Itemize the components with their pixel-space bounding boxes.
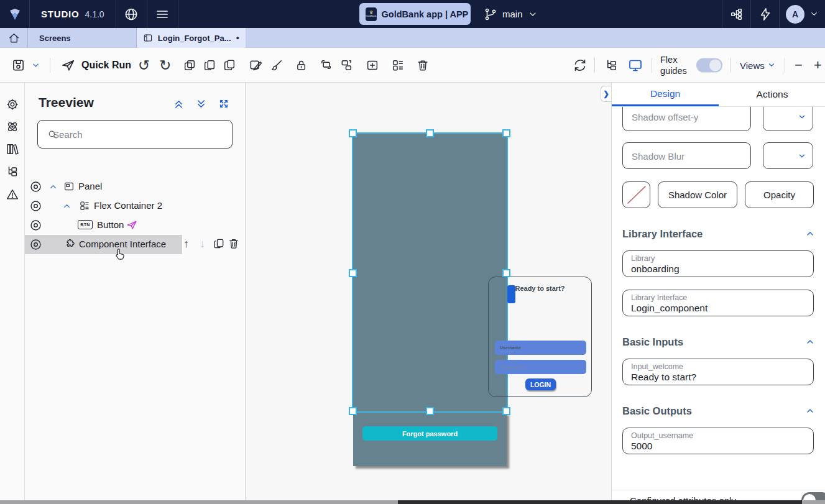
settings-rail-button[interactable]	[6, 98, 19, 111]
workflow-button[interactable]	[722, 0, 750, 28]
collapse-all-button[interactable]	[173, 98, 185, 110]
layout-grid-button[interactable]	[391, 58, 405, 72]
refresh-button[interactable]	[573, 58, 588, 73]
language-button[interactable]	[116, 0, 147, 28]
document-tab-strip: Screens Login_Forgot_Pa... ●	[0, 28, 825, 48]
automations-button[interactable]	[750, 0, 779, 28]
tab-design[interactable]: Design	[612, 83, 719, 106]
current-app-selector[interactable]: ♛ GoldBank GoldBank app | APP	[359, 3, 471, 25]
password-input-mock[interactable]: Password	[495, 360, 586, 374]
collapse-chevron-icon[interactable]	[48, 182, 58, 191]
library-interface-field[interactable]: Library Interface Login_component	[622, 290, 814, 316]
move-up-button[interactable]: ↑	[183, 237, 189, 250]
user-menu[interactable]: A	[779, 0, 825, 28]
selection-handle-top-right[interactable]	[502, 129, 510, 137]
tree-node-component-interface[interactable]: Component Interface ↑ ↓	[25, 235, 246, 254]
opacity-button[interactable]: Opacity	[745, 181, 814, 208]
duplicate-node-button[interactable]	[213, 237, 225, 250]
login-button-mock[interactable]: LOGIN	[525, 378, 556, 390]
undo-button[interactable]: ↺	[138, 58, 150, 72]
expand-all-button[interactable]	[195, 98, 207, 110]
no-color-icon	[623, 181, 650, 208]
lock-button[interactable]	[295, 58, 308, 71]
maximize-panel-button[interactable]	[218, 98, 229, 109]
shadow-blur-unit-dropdown[interactable]	[763, 142, 813, 169]
visibility-eye-icon[interactable]	[29, 199, 42, 213]
quick-run-button[interactable]: Quick Run	[61, 58, 131, 72]
move-down-button[interactable]: ↓	[200, 237, 205, 250]
redo-button[interactable]: ↻	[159, 58, 171, 72]
copy-button[interactable]	[203, 58, 216, 72]
tree-node-button[interactable]: BTN Button	[25, 216, 246, 235]
tab-actions[interactable]: Actions	[719, 83, 825, 106]
save-button[interactable]	[11, 58, 25, 72]
selection-handle-mid-left[interactable]	[349, 269, 357, 277]
selection-handle-bottom-center[interactable]	[426, 407, 434, 415]
visibility-eye-icon[interactable]	[29, 180, 42, 193]
zoom-in-button[interactable]: +	[814, 57, 822, 73]
collapse-section-button[interactable]	[805, 406, 815, 416]
delete-button[interactable]	[416, 58, 430, 72]
new-frame-button[interactable]	[366, 58, 379, 72]
shadow-offset-y-field[interactable]: Shadow offset-y	[622, 107, 751, 131]
group-button[interactable]	[319, 58, 333, 72]
flex-guides-toggle[interactable]	[696, 58, 722, 72]
delete-node-button[interactable]	[228, 237, 240, 250]
theme-card-pen-icon	[249, 58, 263, 72]
save-options-button[interactable]	[31, 60, 40, 70]
paste-button[interactable]	[223, 58, 236, 72]
treeview-rail-button[interactable]	[6, 165, 19, 178]
issues-rail-button[interactable]	[6, 188, 19, 201]
integrations-rail-button[interactable]	[6, 120, 19, 134]
library-rail-button[interactable]	[6, 142, 19, 156]
views-dropdown[interactable]: Views	[740, 60, 776, 70]
username-input-mock[interactable]: Username	[495, 341, 586, 355]
selection-handle-top-center[interactable]	[426, 129, 434, 137]
forgot-password-button-mock[interactable]: Forgot password	[362, 426, 497, 441]
shadow-blur-field[interactable]: Shadow Blur	[622, 142, 751, 169]
visibility-eye-icon[interactable]	[29, 219, 42, 232]
horizontal-scrollbar-thumb[interactable]	[398, 500, 802, 504]
main-menu-button[interactable]	[147, 0, 178, 28]
branch-selector[interactable]: main	[484, 0, 538, 28]
tree-node-panel[interactable]: Panel	[25, 177, 246, 196]
component-side-handle[interactable]	[507, 285, 515, 303]
shadow-color-swatch[interactable]	[622, 181, 650, 208]
design-canvas[interactable]: Ready to start? Username Password LOGIN …	[246, 83, 611, 500]
collapse-chevron-icon[interactable]	[62, 201, 71, 211]
tab-screens[interactable]: Screens	[28, 28, 137, 48]
visibility-eye-icon[interactable]	[29, 238, 42, 251]
selected-screen-artboard[interactable]: Ready to start? Username Password LOGIN	[353, 134, 507, 411]
selection-handle-bottom-left[interactable]	[349, 407, 357, 415]
ungroup-button[interactable]	[339, 58, 354, 72]
output-username-value: 5000	[631, 441, 805, 452]
tree-node-label: Button	[97, 219, 124, 230]
inspector-panel: Design Actions Shadow offset-y Shadow Bl…	[611, 83, 825, 500]
screen-lower-section[interactable]: Forgot password	[353, 413, 507, 466]
treeview-toggle-button[interactable]	[604, 58, 619, 72]
duplicate-button[interactable]	[183, 58, 196, 72]
output-username-field[interactable]: Output_username 5000	[622, 428, 814, 454]
selection-handle-top-left[interactable]	[349, 129, 357, 137]
shadow-offset-y-unit-dropdown[interactable]	[763, 107, 813, 131]
collapse-section-button[interactable]	[805, 337, 815, 347]
collapse-section-button[interactable]	[805, 229, 815, 239]
tab-login-forgot-page[interactable]: Login_Forgot_Pa... ●	[137, 28, 246, 48]
preview-monitor-button[interactable]	[628, 58, 643, 73]
home-button[interactable]	[0, 28, 28, 48]
shadow-color-button[interactable]: Shadow Color	[658, 181, 737, 208]
style-brush-button[interactable]	[270, 58, 283, 72]
theme-button[interactable]	[249, 58, 263, 72]
inspector-collapse-button[interactable]: ❯	[601, 86, 611, 102]
library-field[interactable]: Library onboarding	[622, 250, 814, 277]
selection-handle-bottom-right[interactable]	[502, 407, 510, 415]
input-welcome-field[interactable]: Input_welcome Ready to start?	[622, 359, 814, 385]
zoom-out-button[interactable]: −	[795, 57, 803, 73]
warning-icon	[6, 188, 19, 201]
studio-logo[interactable]	[0, 0, 30, 28]
tree-search-input[interactable]	[38, 121, 232, 148]
login-card-outline[interactable]: Ready to start? Username Password LOGIN	[488, 277, 592, 397]
selection-handle-mid-right[interactable]	[502, 269, 510, 277]
configured-attributes-toggle[interactable]	[801, 492, 825, 500]
tree-node-flex-container[interactable]: Flex Container 2	[25, 196, 246, 216]
